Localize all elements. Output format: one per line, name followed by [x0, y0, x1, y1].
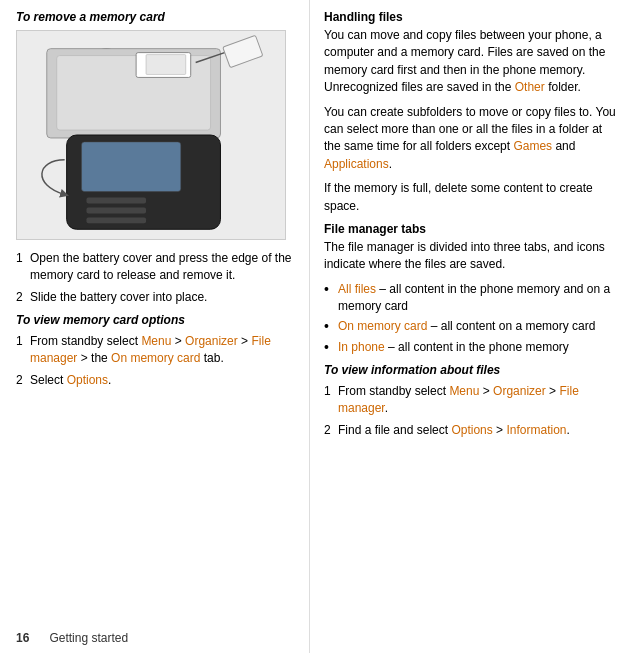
sub-step-num-1: 1: [16, 333, 30, 367]
footer-label: Getting started: [49, 631, 128, 645]
step-item-1: 1 Open the battery cover and press the e…: [16, 250, 297, 284]
in-phone-link: In phone: [338, 340, 385, 354]
svg-rect-15: [86, 207, 146, 213]
left-section-title: To remove a memory card: [16, 10, 297, 24]
para3: If the memory is full, delete some conte…: [324, 180, 619, 215]
information-link: Information: [506, 423, 566, 437]
sub-section-title: To view memory card options: [16, 313, 297, 327]
all-files-link: All files: [338, 282, 376, 296]
file-manager-bullets: • All files – all content in the phone m…: [324, 281, 619, 357]
info-section-title: To view information about files: [324, 363, 619, 377]
para2: You can create subfolders to move or cop…: [324, 104, 619, 174]
bullet-dot-2: •: [324, 318, 338, 335]
info-steps: 1 From standby select Menu > Organizer >…: [324, 383, 619, 438]
bullet-item-all-files: • All files – all content in the phone m…: [324, 281, 619, 316]
right-column: Handling files You can move and copy fil…: [310, 0, 633, 653]
options-link-1: Options: [67, 373, 108, 387]
page: To remove a memory card 1: [0, 0, 633, 653]
bullet-item-on-memory-card: • On memory card – all content on a memo…: [324, 318, 619, 335]
left-column: To remove a memory card 1: [0, 0, 310, 653]
step-num-2: 2: [16, 289, 30, 306]
sub-step-text-1: From standby select Menu > Organizer > F…: [30, 333, 297, 367]
options-link-2: Options: [451, 423, 492, 437]
step-text-2: Slide the battery cover into place.: [30, 289, 297, 306]
step-text-1: Open the battery cover and press the edg…: [30, 250, 297, 284]
sub-step-num-2: 2: [16, 372, 30, 389]
menu-link-2: Menu: [449, 384, 479, 398]
sub-step-item-2: 2 Select Options.: [16, 372, 297, 389]
handling-files-heading: Handling files: [324, 10, 619, 24]
phone-svg: 1 2: [17, 30, 285, 240]
svg-rect-6: [146, 55, 186, 75]
svg-rect-16: [86, 217, 146, 223]
file-manager-tabs-heading: File manager tabs: [324, 222, 619, 236]
bullet-text-2: On memory card – all content on a memory…: [338, 318, 595, 335]
svg-rect-14: [86, 198, 146, 204]
para1: You can move and copy files between your…: [324, 27, 619, 97]
step-item-2: 2 Slide the battery cover into place.: [16, 289, 297, 306]
other-link: Other: [515, 80, 545, 94]
info-step-text-2: Find a file and select Options > Informa…: [338, 422, 619, 439]
menu-link-1: Menu: [141, 334, 171, 348]
bullet-item-in-phone: • In phone – all content in the phone me…: [324, 339, 619, 356]
on-memory-card-bullet-link: On memory card: [338, 319, 427, 333]
file-manager-tabs-desc: The file manager is divided into three t…: [324, 239, 619, 274]
sub-steps: 1 From standby select Menu > Organizer >…: [16, 333, 297, 388]
info-step-text-1: From standby select Menu > Organizer > F…: [338, 383, 619, 417]
bullet-dot-1: •: [324, 281, 338, 298]
bullet-text-1: All files – all content in the phone mem…: [338, 281, 619, 316]
phone-image: 1 2: [16, 30, 286, 240]
main-steps: 1 Open the battery cover and press the e…: [16, 250, 297, 305]
info-step-item-2: 2 Find a file and select Options > Infor…: [324, 422, 619, 439]
page-number: 16: [16, 631, 29, 645]
info-step-num-2: 2: [324, 422, 338, 439]
organizer-link-1: Organizer: [185, 334, 238, 348]
organizer-link-2: Organizer: [493, 384, 546, 398]
info-step-num-1: 1: [324, 383, 338, 417]
sub-step-text-2: Select Options.: [30, 372, 297, 389]
on-memory-card-link: On memory card: [111, 351, 200, 365]
bullet-text-3: In phone – all content in the phone memo…: [338, 339, 569, 356]
applications-link: Applications: [324, 157, 389, 171]
sub-step-item-1: 1 From standby select Menu > Organizer >…: [16, 333, 297, 367]
bullet-dot-3: •: [324, 339, 338, 356]
step-num-1: 1: [16, 250, 30, 284]
info-step-item-1: 1 From standby select Menu > Organizer >…: [324, 383, 619, 417]
footer: 16 Getting started: [16, 631, 128, 645]
games-link: Games: [513, 139, 552, 153]
svg-rect-12: [82, 142, 181, 192]
